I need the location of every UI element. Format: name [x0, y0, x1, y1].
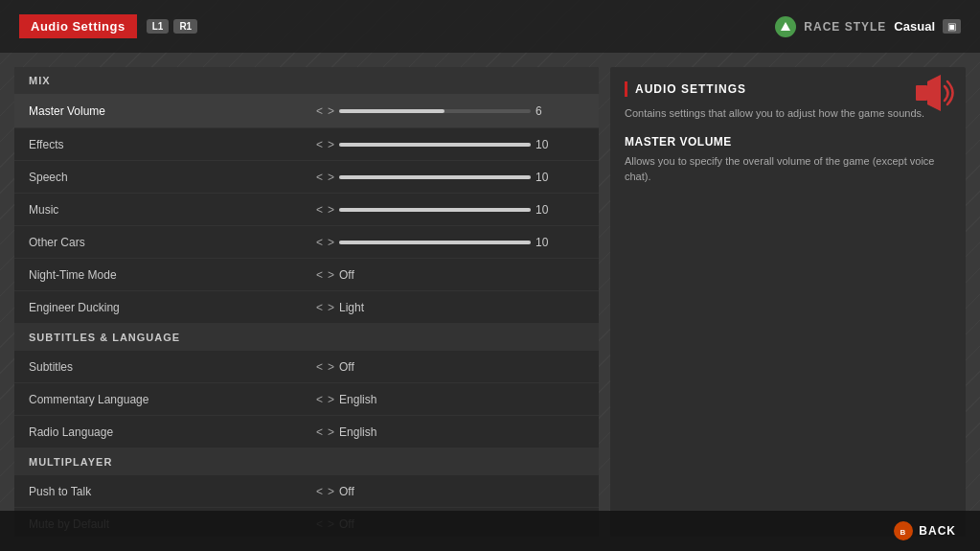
back-button[interactable]: B BACK [894, 521, 956, 540]
left-arrow-icon: < [316, 104, 323, 118]
speaker-icon [908, 72, 961, 119]
setting-subtitles[interactable]: Subtitles < > Off [14, 351, 599, 383]
back-button-icon: B [894, 521, 913, 540]
setting-speech[interactable]: Speech < > 10 [14, 161, 599, 194]
info-title-text: AUDIO SETTINGS [635, 82, 746, 96]
music-slider[interactable] [339, 208, 531, 212]
right-arrow-icon: > [328, 393, 334, 406]
right-arrow-icon: > [328, 203, 334, 217]
left-arrow-icon: < [316, 203, 323, 217]
title-bar-accent [625, 81, 627, 97]
setting-other-cars[interactable]: Other Cars < > 10 [14, 226, 599, 259]
right-arrow-icon: > [328, 485, 334, 498]
right-arrow-icon: > [328, 360, 334, 374]
page-title: Audio Settings [19, 14, 137, 38]
settings-panel: MIX Master Volume < > 6 Effects < > [14, 67, 599, 537]
right-arrow-icon: > [328, 171, 334, 184]
right-arrow-icon: > [328, 268, 334, 282]
setting-commentary-language[interactable]: Commentary Language < > English [14, 383, 599, 416]
left-arrow-icon: < [316, 425, 323, 439]
speech-slider[interactable] [339, 175, 531, 179]
setting-night-time-mode[interactable]: Night-Time Mode < > Off [14, 259, 599, 291]
left-arrow-icon: < [316, 360, 323, 374]
left-arrow-icon: < [316, 485, 323, 498]
controller-badges: L1 R1 [147, 19, 197, 34]
left-arrow-icon: < [316, 301, 323, 314]
setting-engineer-ducking[interactable]: Engineer Ducking < > Light [14, 291, 599, 324]
header-bar: Audio Settings L1 R1 RACE STYLE Casual ▣ [0, 0, 980, 53]
left-arrow-icon: < [316, 236, 323, 249]
header-right: RACE STYLE Casual ▣ [775, 16, 961, 37]
right-arrow-icon: > [328, 138, 334, 151]
setting-radio-language[interactable]: Radio Language < > English [14, 416, 599, 448]
right-arrow-icon: > [328, 301, 334, 314]
master-volume-slider[interactable] [339, 109, 531, 113]
svg-text:B: B [900, 528, 907, 537]
right-arrow-icon: > [328, 104, 334, 118]
left-arrow-icon: < [316, 268, 323, 282]
r1-badge: R1 [173, 19, 197, 34]
l1-badge: L1 [147, 19, 170, 34]
right-arrow-icon: > [328, 425, 334, 439]
section-mix: MIX [14, 67, 599, 94]
info-panel: AUDIO SETTINGS Contains settings that al… [610, 67, 966, 537]
race-style-value: Casual [894, 19, 935, 34]
info-sub-description: Allows you to specify the overall volume… [625, 154, 951, 184]
effects-slider[interactable] [339, 143, 531, 147]
monitor-icon: ▣ [943, 19, 961, 34]
back-label: BACK [919, 524, 956, 538]
section-multiplayer: MULTIPLAYER [14, 448, 599, 475]
setting-push-to-talk[interactable]: Push to Talk < > Off [14, 475, 599, 508]
right-arrow-icon: > [328, 236, 334, 249]
svg-marker-0 [781, 22, 790, 31]
left-arrow-icon: < [316, 171, 323, 184]
left-arrow-icon: < [316, 138, 323, 151]
info-sub-title: MASTER VOLUME [625, 135, 951, 149]
bottom-bar: B BACK [0, 511, 980, 551]
setting-effects[interactable]: Effects < > 10 [14, 128, 599, 161]
main-content: MIX Master Volume < > 6 Effects < > [0, 53, 980, 551]
svg-marker-2 [927, 75, 941, 111]
info-description: Contains settings that allow you to adju… [625, 106, 951, 121]
race-style-label: RACE STYLE [804, 20, 886, 34]
info-title: AUDIO SETTINGS [625, 81, 951, 97]
setting-music[interactable]: Music < > 10 [14, 194, 599, 226]
race-style-icon [775, 16, 796, 37]
section-subtitles: SUBTITLES & LANGUAGE [14, 324, 599, 351]
setting-master-volume[interactable]: Master Volume < > 6 [14, 94, 599, 128]
left-arrow-icon: < [316, 393, 323, 406]
other-cars-slider[interactable] [339, 241, 531, 244]
svg-rect-1 [916, 85, 927, 101]
